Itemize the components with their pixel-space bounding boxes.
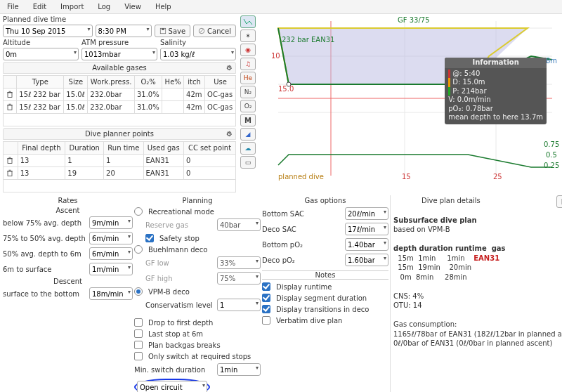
checkbox-drop-first[interactable]: Drop to first depth [134,317,261,328]
save-icon [159,27,166,34]
ascent-rate-input[interactable] [89,263,133,275]
trash-icon[interactable] [6,90,14,98]
checkbox-display-transitions[interactable]: Display transitions in deco [262,303,388,315]
svg-text:planned dive: planned dive [278,173,324,181]
checkbox-only-switch[interactable]: Only switch at required stops [134,351,261,362]
profile-icon [243,18,253,25]
svg-text:25: 25 [493,173,502,181]
deco-po2-input[interactable] [345,254,388,266]
ascent-rate-input[interactable] [89,232,133,244]
gf-label: GF 33/75 [398,16,430,24]
profile-toolbar: ✶ ◉ ♫ He N₂ O₂ M ◢ ☁ ▭ [239,14,257,194]
table-row[interactable] [4,114,236,126]
ascent-rate-input[interactable] [89,216,133,229]
checkbox-last-stop[interactable]: Last stop at 6m [134,328,261,339]
checkbox-verbatim[interactable]: Verbatim dive plan [262,315,388,326]
toolbar-btn[interactable]: N₂ [240,86,256,98]
cancel-button[interactable]: Cancel [193,25,236,37]
menu-item[interactable]: Log [93,1,115,12]
trash-icon[interactable] [6,169,14,177]
gear-icon[interactable]: ⚙ [226,64,233,72]
toolbar-btn[interactable] [240,15,256,28]
menu-item[interactable]: Edit [29,1,51,12]
checkbox-display-segment[interactable]: Display segment duration [262,292,388,303]
ascent-rate-input[interactable] [89,247,133,260]
toolbar-btn[interactable]: ✶ [240,30,256,42]
svg-rect-4 [8,92,12,97]
checkbox-display-runtime[interactable]: Display runtime [262,281,388,292]
radio-recreational[interactable]: Recreational mode [134,206,261,217]
toolbar-btn[interactable]: ▭ [240,156,256,169]
altitude-label: Altitude [3,39,79,46]
svg-text:10: 10 [271,52,280,60]
table-row[interactable]: 15ℓ 232 bar15.0ℓ232.0bar31.0%42mOC-gas [4,101,236,114]
salinity-label: Salinity [160,39,236,46]
circuit-select[interactable] [137,381,207,392]
salinity-input[interactable] [160,48,236,60]
trash-icon[interactable] [6,103,14,111]
atm-label: ATM pressure [81,39,157,46]
planned-dive-time-label: Planned dive time [3,15,236,23]
table-row[interactable] [4,180,236,192]
svg-text:0.5: 0.5 [546,151,557,159]
gear-icon[interactable]: ⚙ [226,130,233,138]
svg-text:15: 15 [402,173,411,181]
bottom-sac-input[interactable] [345,207,388,220]
cancel-icon [198,27,205,34]
radio-buehlmann[interactable]: Buehlmann deco [134,244,261,255]
gases-title: Available gases⚙ [3,62,236,74]
date-input[interactable] [3,25,93,37]
altitude-input[interactable] [3,48,79,60]
points-title: Dive planner points⚙ [3,128,236,140]
toolbar-btn[interactable]: He [240,72,256,84]
save-button[interactable]: Save [155,25,191,37]
print-button[interactable]: Print [556,195,562,208]
dive-profile[interactable]: GF 33/75 232 bar EAN31 154 bar 11.8m 10 … [257,14,562,194]
min-switch-input[interactable] [217,363,261,376]
rates-panel: Rates Ascent below 75% avg. depth 75% to… [3,195,133,392]
gfhigh-input [217,272,261,285]
radio-vpmb[interactable]: VPM-B deco [134,286,261,297]
toolbar-btn[interactable]: ♫ [240,58,256,70]
menu-item[interactable]: Help [151,1,176,12]
toolbar-btn[interactable]: ◉ [240,44,256,56]
svg-text:0.75: 0.75 [544,141,559,148]
svg-text:0.25: 0.25 [544,162,559,169]
descent-rate-input[interactable] [89,287,133,300]
points-table: Final depthDurationRun timeUsed gasCC se… [3,141,236,192]
table-row[interactable]: 1311EAN310 [4,155,236,167]
atm-input[interactable] [81,48,157,60]
dive-plan-details: Dive plan details Print Subsurface dive … [390,195,562,392]
table-row[interactable]: 15ℓ 232 bar15.0ℓ232.0bar31.0%42mOC-gas [4,89,236,101]
toolbar-btn[interactable]: ◢ [240,128,256,141]
svg-rect-5 [8,105,12,110]
checkbox-backgas[interactable]: Plan backgas breaks [134,339,261,351]
trash-icon[interactable] [6,156,14,164]
menu-item[interactable]: View [120,1,145,12]
conservatism-input[interactable] [217,299,261,311]
menu-item[interactable]: Import [56,1,88,12]
svg-rect-7 [8,171,12,176]
svg-line-3 [200,30,204,33]
bottom-po2-input[interactable] [345,238,388,251]
svg-text:232 bar
EAN31: 232 bar EAN31 [282,36,334,44]
planning-panel: Planning Recreational mode Reserve gas S… [134,195,261,392]
svg-text:15.0: 15.0 [278,85,294,93]
toolbar-btn[interactable]: O₂ [240,100,256,112]
svg-rect-1 [162,28,164,30]
menubar: File Edit Import Log View Help [0,0,562,14]
table-row[interactable]: 131920EAN310 [4,167,236,180]
toolbar-btn[interactable]: ☁ [240,142,256,155]
gflow-input [217,256,261,269]
reserve-gas-input [217,218,261,231]
info-tooltip: Information @: 5:40 D: 15.0m P: 214bar V… [445,58,547,124]
svg-rect-6 [8,158,12,163]
checkbox-safety-stop[interactable]: Safety stop [134,233,261,244]
toolbar-btn[interactable]: M [240,114,256,126]
menu-item[interactable]: File [3,1,23,12]
gases-table: TypeSizeWork.press.O₂%He%itchUse 15ℓ 232… [3,75,236,126]
gas-notes-panel: Gas options Bottom SAC Deco SAC Bottom p… [262,195,388,392]
time-input[interactable] [96,25,152,37]
deco-sac-input[interactable] [345,223,388,235]
